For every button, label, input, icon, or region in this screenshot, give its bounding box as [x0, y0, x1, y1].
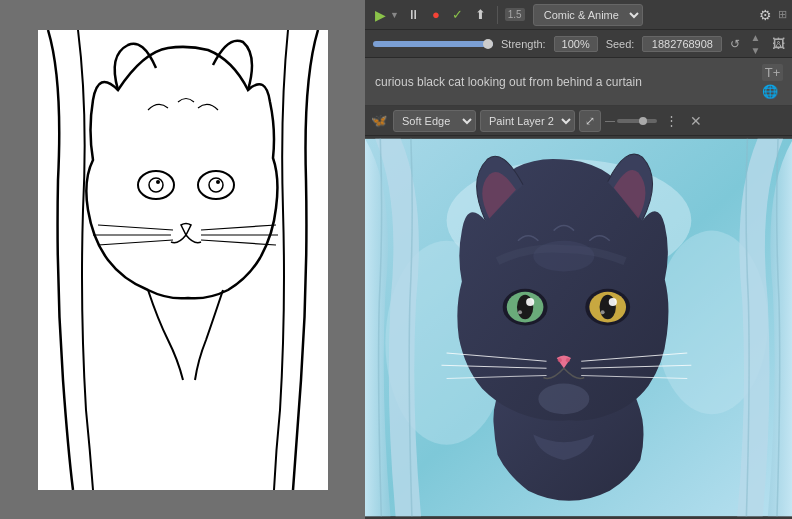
separator-1: [497, 6, 498, 24]
svg-point-19: [526, 298, 534, 306]
opacity-minus-icon: —: [605, 115, 615, 126]
svg-point-25: [601, 310, 605, 314]
svg-point-5: [216, 180, 220, 184]
strength-row: Strength: 100% Seed: 1882768908 ↺ ▲ ▼ 🖼: [365, 30, 792, 58]
settings-extra-icon: ⊞: [778, 8, 787, 21]
check-button[interactable]: ✓: [448, 5, 467, 24]
model-select[interactable]: Comic & Anime Realistic Painterly: [533, 4, 643, 26]
main-toolbar: ▶ ▼ ⏸ ● ✓ ⬆ 1.5 Comic & Anime Realistic …: [365, 0, 792, 30]
svg-point-0: [138, 171, 174, 199]
generated-area: [365, 136, 792, 519]
strength-slider-wrap: [373, 41, 493, 47]
sketch-canvas: [38, 30, 328, 490]
arrow-button[interactable]: ⬆: [471, 5, 490, 24]
strength-slider[interactable]: [373, 41, 493, 47]
image-icon[interactable]: 🖼: [772, 36, 785, 51]
move-button[interactable]: ⤢: [579, 110, 601, 132]
layer-more-button[interactable]: ⋮: [661, 111, 682, 130]
prompt-icons: T+ 🌐: [762, 64, 784, 99]
svg-point-4: [209, 178, 223, 192]
prompt-row: curious black cat looking out from behin…: [365, 58, 792, 106]
opacity-slider-wrap: —: [605, 115, 657, 126]
svg-point-26: [558, 358, 562, 362]
svg-point-27: [566, 358, 570, 362]
paint-layer-select[interactable]: Paint Layer 2 Paint Layer 1 Background: [480, 110, 575, 132]
svg-line-9: [201, 225, 276, 230]
right-panel: ▶ ▼ ⏸ ● ✓ ⬆ 1.5 Comic & Anime Realistic …: [365, 0, 792, 519]
svg-line-6: [98, 225, 173, 230]
play-dropdown-icon[interactable]: ▼: [390, 10, 399, 20]
strength-value: 100%: [554, 36, 598, 52]
record-button[interactable]: ●: [428, 5, 444, 24]
svg-point-34: [533, 241, 594, 272]
play-button[interactable]: ▶: [371, 5, 390, 25]
generated-cat-image: [365, 136, 792, 519]
svg-point-35: [538, 384, 589, 415]
soft-edge-select[interactable]: Soft Edge Hard Edge Depth: [393, 110, 476, 132]
svg-line-11: [201, 240, 276, 245]
svg-point-20: [518, 310, 522, 314]
svg-point-2: [156, 180, 160, 184]
opacity-slider[interactable]: [617, 119, 657, 123]
butterfly-icon: 🦋: [371, 113, 387, 128]
layer-close-button[interactable]: ✕: [686, 111, 706, 131]
svg-point-1: [149, 178, 163, 192]
seed-value: 1882768908: [642, 36, 722, 52]
seed-refresh-icon[interactable]: ↺: [730, 37, 740, 51]
sketch-panel: [0, 0, 365, 519]
settings-button[interactable]: ⚙: [759, 7, 772, 23]
strength-down-icon[interactable]: ▼: [750, 45, 760, 56]
text-add-icon[interactable]: T+: [762, 64, 784, 81]
seed-label: Seed:: [606, 38, 635, 50]
model-version: 1.5: [505, 8, 525, 21]
strength-up-icon[interactable]: ▲: [750, 32, 760, 43]
svg-point-24: [609, 298, 617, 306]
pause-button[interactable]: ⏸: [403, 5, 424, 24]
strength-label: Strength:: [501, 38, 546, 50]
svg-point-3: [198, 171, 234, 199]
svg-line-8: [98, 240, 173, 245]
layer-toolbar: 🦋 Soft Edge Hard Edge Depth Paint Layer …: [365, 106, 792, 136]
globe-icon[interactable]: 🌐: [762, 84, 784, 99]
prompt-text: curious black cat looking out from behin…: [375, 75, 754, 89]
